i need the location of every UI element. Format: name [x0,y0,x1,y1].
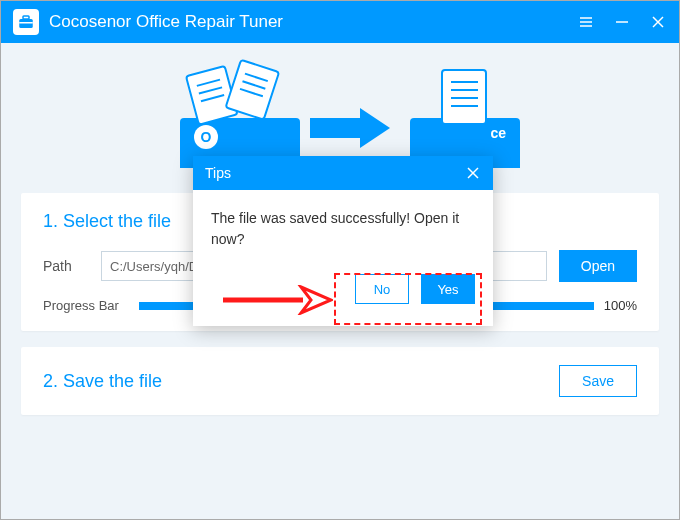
toolbox-icon [17,13,35,31]
minimize-button[interactable] [613,13,631,31]
open-button[interactable]: Open [559,250,637,282]
tips-dialog: Tips The file was saved successfully! Op… [193,156,493,326]
progress-label: Progress Bar [43,298,129,313]
titlebar: Cocosenor Office Repair Tuner [1,1,679,43]
path-label: Path [43,258,89,274]
progress-value: 100% [604,298,637,313]
close-icon [650,14,666,30]
svg-rect-2 [19,22,33,24]
menu-icon [578,14,594,30]
dialog-message: The file was saved successfully! Open it… [193,190,493,260]
window-controls [577,13,667,31]
dialog-header: Tips [193,156,493,190]
app-title: Cocosenor Office Repair Tuner [49,12,577,32]
dialog-footer: No Yes [193,260,493,326]
folder-right-badge: ce [490,125,506,141]
no-button[interactable]: No [355,274,409,304]
arrow-right-icon [310,108,390,148]
svg-rect-1 [23,16,29,19]
save-button[interactable]: Save [559,365,637,397]
dialog-title: Tips [205,165,231,181]
save-file-title: 2. Save the file [43,371,162,392]
close-icon [466,166,480,180]
dialog-close-button[interactable] [465,165,481,181]
minimize-icon [614,14,630,30]
save-file-panel: 2. Save the file Save [21,347,659,415]
fixed-doc-icon [440,68,490,128]
svg-marker-17 [310,108,390,148]
app-icon [13,9,39,35]
svg-rect-13 [226,60,279,120]
close-button[interactable] [649,13,667,31]
yes-button[interactable]: Yes [421,274,475,304]
menu-button[interactable] [577,13,595,31]
